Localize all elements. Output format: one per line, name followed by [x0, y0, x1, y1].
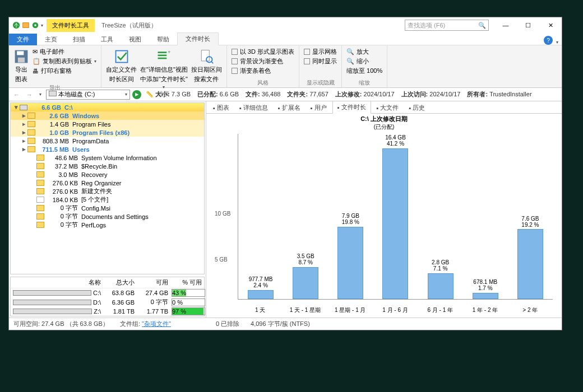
svg-rect-1	[23, 23, 29, 28]
ribbon-collapse-icon[interactable]: ▾	[556, 40, 558, 45]
svg-rect-10	[158, 58, 167, 59]
list-plus-icon: +	[156, 49, 172, 64]
search-by-date-button[interactable]: 按日期区间搜索文件	[191, 46, 222, 83]
ribbon-group-options: 自定义文件时长区间 + 在"详细信息"视图中添加"文件时长"▾ 按日期区间搜索文…	[101, 45, 227, 87]
x-label: 1 天 - 1 星期	[283, 306, 327, 314]
chart-bar[interactable]: 7.6 GB19.2 %	[508, 134, 553, 299]
check-icon	[114, 49, 129, 64]
chart-bar[interactable]: 7.9 GB19.8 %	[328, 134, 373, 299]
tree-row[interactable]: ▸ 1.0 GBProgram Files (x86)	[11, 128, 204, 137]
qat-dropdown-icon[interactable]: ▾	[41, 23, 43, 28]
chart-bar[interactable]: 678.1 MB1.7 %	[463, 134, 508, 299]
nav-fwd-button[interactable]: →	[24, 91, 35, 98]
detail-tab[interactable]: ▪图表	[209, 102, 234, 114]
tree-root[interactable]: ▾6.6 GBC:\	[11, 103, 204, 111]
path-bar: ← → ▾ 本地磁盘 (C:)▾ ▶ 📏 大小: 7.3 GB 已分配: 6.6…	[9, 88, 562, 101]
scan-button[interactable]: ▶	[132, 90, 141, 99]
nav-history-button[interactable]: ▾	[37, 92, 44, 97]
tree-row[interactable]: ▸ 2.6 GBWindows	[11, 111, 204, 120]
detail-tab[interactable]: ▪大文件	[372, 102, 404, 114]
tree-row[interactable]: 276.0 KBReg Organizer	[11, 179, 204, 187]
tab-view[interactable]: 视图	[121, 34, 149, 45]
tab-tools[interactable]: 工具	[93, 34, 121, 45]
ribbon: 导出 图表 ✉电子邮件 📋复制图表到剪贴板▾ 🖶打印右窗格 导出 自定义文件时长…	[9, 45, 562, 88]
help-button[interactable]: ?	[544, 36, 553, 45]
tree-row[interactable]: 0 字节Config.Msi	[11, 204, 204, 212]
qat-icon-1[interactable]	[22, 21, 30, 29]
chart-subtitle: (已分配)	[206, 123, 562, 131]
chart-bar[interactable]: 16.4 GB41.2 %	[373, 134, 418, 299]
export-chart-button[interactable]: 导出 图表	[13, 46, 29, 83]
zoom-out-icon: 🔍	[346, 58, 354, 65]
tree-row[interactable]: 0 字节PerfLogs	[11, 221, 204, 229]
tree-row[interactable]: ▸ 1.4 GBProgram Files	[11, 120, 204, 128]
x-label: 1 天	[238, 306, 283, 314]
ribbon-tabbar: 文件 主页 扫描 工具 视图 帮助 文件时长 ? ▾	[9, 33, 562, 45]
zoom-out-button[interactable]: 🔍缩小	[346, 57, 382, 66]
titlebar: ▾ 文件时长工具 TreeSize（试用版） 查找选项 (F6) 🔍 — ☐ ✕	[9, 17, 562, 33]
print-button[interactable]: 🖶打印右窗格	[33, 67, 96, 75]
drive-icon	[49, 91, 57, 96]
show-3d-checkbox[interactable]: 以 3D 形式显示图表	[232, 48, 294, 56]
x-label: 6 月 - 1 年	[418, 306, 462, 314]
x-label: 1 月 - 6 月	[373, 306, 418, 314]
show-both-checkbox[interactable]: 同时显示	[304, 57, 337, 66]
drive-combo[interactable]: 本地磁盘 (C:)▾	[46, 90, 130, 100]
clipboard-icon: 📋	[33, 58, 40, 65]
tree-row[interactable]: 48.6 MBSystem Volume Information	[11, 153, 204, 162]
nav-back-button[interactable]: ←	[11, 91, 22, 98]
add-column-button[interactable]: + 在"详细信息"视图中添加"文件时长"▾	[140, 46, 188, 90]
window-title: TreeSize（试用版）	[95, 21, 157, 30]
detail-tab[interactable]: ▪详细信息	[235, 102, 272, 114]
email-button[interactable]: ✉电子邮件	[33, 48, 96, 56]
drive-row[interactable]: D:\6.36 GB0 字节 0 %	[11, 297, 204, 307]
content-area: ▾6.6 GBC:\ ▸ 2.6 GBWindows ▸ 1.4 GBProgr…	[9, 101, 562, 318]
tree-row[interactable]: 184.0 KB[5 个文件]	[11, 195, 204, 204]
file-search-icon	[198, 49, 214, 64]
mail-icon: ✉	[33, 48, 38, 55]
search-options-input[interactable]: 查找选项 (F6) 🔍	[405, 20, 489, 31]
chart-bar[interactable]: 977.7 MB2.4 %	[238, 134, 283, 299]
tree-row[interactable]: ▸ 808.3 MBProgramData	[11, 137, 204, 145]
qat-icon-2[interactable]	[31, 21, 39, 29]
close-button[interactable]: ✕	[539, 17, 562, 33]
detail-tab[interactable]: ▪扩展名	[274, 102, 305, 114]
tab-scan[interactable]: 扫描	[65, 34, 93, 45]
svg-rect-12	[202, 50, 210, 61]
tree-row[interactable]: 0 字节Documents and Settings	[11, 212, 204, 221]
drive-row[interactable]: C:\63.8 GB27.4 GB 43 %	[11, 288, 204, 297]
zoom-reset-button[interactable]: 缩放至 100%	[346, 67, 382, 75]
detail-tab[interactable]: ▪用户	[306, 102, 331, 114]
excluded-label: 0 已排除	[216, 320, 239, 328]
tree-row[interactable]: 3.0 MBRecovery	[11, 170, 204, 179]
minimize-button[interactable]: —	[494, 17, 517, 33]
svg-rect-5	[17, 51, 24, 55]
zoom-in-button[interactable]: 🔍放大	[346, 48, 382, 56]
tree-row[interactable]: 37.2 MB$Recycle.Bin	[11, 162, 204, 170]
gradient-bars-checkbox[interactable]: 渐变条着色	[232, 67, 294, 75]
app-icon	[12, 21, 20, 29]
tab-home[interactable]: 主页	[37, 34, 65, 45]
print-icon: 🖶	[33, 68, 39, 74]
svg-line-14	[211, 62, 214, 64]
drive-row[interactable]: Z:\1.81 TB1.77 TB 97 %	[11, 307, 204, 316]
chart-plot[interactable]: 5 GB10 GB 977.7 MB2.4 % 3.5 GB8.7 % 7.9 …	[238, 134, 553, 300]
tab-fileage[interactable]: 文件时长	[177, 32, 219, 45]
chart-bar[interactable]: 3.5 GB8.7 %	[283, 134, 328, 299]
x-label: 1 年 - 2 年	[462, 306, 507, 314]
detail-tab[interactable]: ▪文件时长	[332, 101, 371, 114]
tab-help[interactable]: 帮助	[149, 34, 177, 45]
maximize-button[interactable]: ☐	[517, 17, 539, 33]
folder-tree[interactable]: ▾6.6 GBC:\ ▸ 2.6 GBWindows ▸ 1.4 GBProgr…	[10, 102, 205, 274]
gradient-bg-checkbox[interactable]: 背景设为渐变色	[232, 57, 294, 66]
filegroup-link[interactable]: "杂项文件"	[142, 320, 171, 327]
tree-row[interactable]: ▸ 711.5 MBUsers	[11, 145, 204, 153]
custom-intervals-button[interactable]: 自定义文件时长区间	[106, 46, 137, 83]
tree-row[interactable]: 276.0 KB新建文件夹	[11, 187, 204, 195]
tab-file[interactable]: 文件	[9, 34, 37, 45]
show-grid-checkbox[interactable]: 显示网格	[304, 48, 337, 56]
detail-tab[interactable]: ▪历史	[404, 102, 429, 114]
chart-bar[interactable]: 2.8 GB7.1 %	[418, 134, 463, 299]
copy-clipboard-button[interactable]: 📋复制图表到剪贴板▾	[33, 57, 96, 66]
drive-panel: 名称总大小可用% 可用 C:\63.8 GB27.4 GB 43 % D:\6.…	[10, 277, 205, 316]
